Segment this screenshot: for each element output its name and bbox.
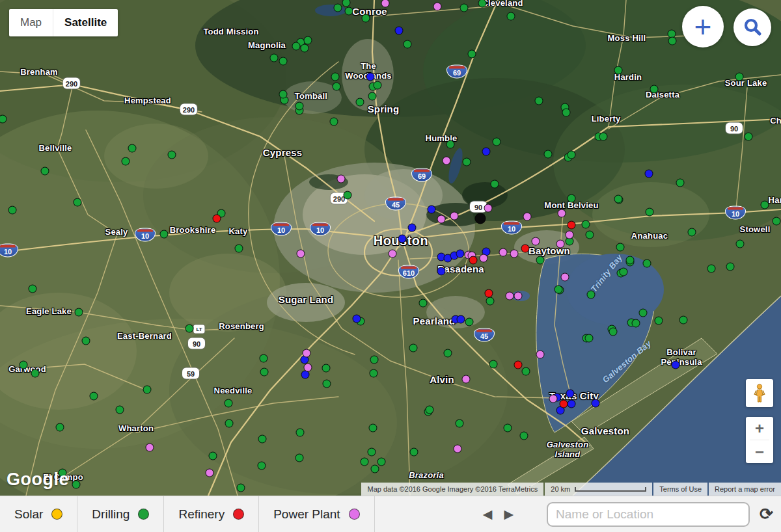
map-marker-g[interactable] — [322, 364, 331, 373]
map-marker-g[interactable] — [270, 54, 279, 62]
map-marker-g[interactable] — [29, 285, 37, 293]
map-marker-v[interactable] — [337, 175, 346, 183]
map-marker-b[interactable] — [482, 148, 491, 156]
map-marker-b[interactable] — [457, 315, 465, 324]
map-marker-g[interactable] — [419, 299, 428, 308]
map-marker-g[interactable] — [295, 454, 304, 462]
map-marker-v[interactable] — [480, 254, 488, 263]
map-marker-b[interactable] — [428, 206, 436, 214]
map-marker-b[interactable] — [395, 27, 404, 35]
refresh-icon[interactable]: ⟳ — [760, 505, 773, 524]
map-marker-v[interactable] — [450, 212, 459, 220]
map-marker-v[interactable] — [561, 273, 569, 282]
map-marker-v[interactable] — [462, 375, 471, 384]
map-marker-v[interactable] — [146, 444, 154, 452]
map-marker-b[interactable] — [437, 267, 446, 276]
google-logo[interactable]: Google — [7, 470, 69, 490]
map-marker-g[interactable] — [585, 334, 594, 343]
map-marker-g[interactable] — [726, 263, 735, 271]
next-arrow-button[interactable]: ▶ — [498, 504, 519, 524]
map-marker-g[interactable] — [292, 42, 301, 51]
map-marker-g[interactable] — [225, 419, 234, 428]
map-marker-b[interactable] — [408, 224, 417, 232]
map-marker-g[interactable] — [536, 256, 545, 265]
map-marker-g[interactable] — [544, 150, 553, 159]
map-marker-g[interactable] — [582, 220, 590, 229]
map-marker-g[interactable] — [568, 194, 576, 203]
map-marker-r[interactable] — [521, 245, 530, 253]
map-marker-g[interactable] — [493, 138, 501, 146]
map-marker-g[interactable] — [323, 380, 331, 388]
map-marker-g[interactable] — [745, 133, 753, 141]
map-marker-g[interactable] — [404, 40, 412, 49]
map-marker-v[interactable] — [532, 237, 540, 246]
map-marker-g[interactable] — [31, 369, 40, 378]
map-marker-v[interactable] — [381, 0, 390, 8]
map-marker-g[interactable] — [301, 44, 309, 53]
map-marker-g[interactable] — [333, 83, 341, 91]
map-marker-g[interactable] — [368, 448, 376, 457]
prev-arrow-button[interactable]: ◀ — [477, 504, 499, 524]
map-marker-g[interactable] — [295, 102, 304, 111]
map-marker-g[interactable] — [344, 191, 352, 200]
map-marker-v[interactable] — [514, 292, 523, 300]
map-marker-b[interactable] — [568, 400, 576, 408]
map-marker-v[interactable] — [303, 349, 311, 358]
map-marker-g[interactable] — [56, 423, 64, 432]
map-marker-g[interactable] — [587, 291, 596, 299]
map-marker-g[interactable] — [632, 319, 640, 328]
map-marker-g[interactable] — [8, 206, 17, 215]
terms-of-use-link[interactable]: Terms of Use — [653, 483, 707, 496]
map-marker-g[interactable] — [736, 240, 745, 248]
map-marker-g[interactable] — [463, 158, 471, 166]
map-marker-r[interactable] — [560, 400, 568, 408]
map-marker-g[interactable] — [426, 406, 434, 414]
map-type-satellite-button[interactable]: Satellite — [53, 9, 118, 36]
map-marker-g[interactable] — [614, 195, 623, 204]
map-marker-g[interactable] — [620, 268, 628, 276]
legend-item-refinery[interactable]: Refinery — [164, 496, 259, 532]
map-marker-g[interactable] — [446, 140, 455, 149]
map-marker-g[interactable] — [489, 360, 498, 369]
map-marker-r[interactable] — [514, 361, 523, 369]
map-marker-g[interactable] — [465, 318, 474, 326]
map-marker-b[interactable] — [366, 73, 375, 81]
map-marker-g[interactable] — [370, 369, 378, 378]
map-marker-g[interactable] — [639, 309, 648, 317]
map-marker-g[interactable] — [185, 325, 194, 333]
legend-item-drilling[interactable]: Drilling — [77, 496, 164, 532]
map-marker-g[interactable] — [444, 349, 452, 358]
map-marker-v[interactable] — [536, 351, 545, 359]
map-marker-g[interactable] — [362, 14, 370, 23]
map-marker-g[interactable] — [562, 109, 571, 117]
map-marker-r[interactable] — [469, 256, 478, 265]
map-marker-r[interactable] — [568, 221, 576, 230]
map-marker-g[interactable] — [614, 66, 623, 75]
map-marker-v[interactable] — [454, 445, 462, 453]
map-marker-v[interactable] — [484, 204, 493, 213]
map-marker-g[interactable] — [371, 465, 379, 473]
map-marker-g[interactable] — [650, 85, 659, 94]
map-marker-g[interactable] — [478, 0, 487, 8]
map-marker-g[interactable] — [368, 92, 377, 101]
legend-item-solar[interactable]: Solar — [0, 496, 77, 532]
map-marker-k[interactable] — [475, 213, 486, 224]
map-marker-g[interactable] — [331, 73, 340, 81]
location-search-input[interactable] — [547, 502, 750, 527]
map-marker-g[interactable] — [646, 208, 654, 217]
map-marker-g[interactable] — [668, 37, 677, 46]
map-marker-g[interactable] — [74, 198, 82, 207]
map-marker-g[interactable] — [460, 4, 469, 12]
map-marker-v[interactable] — [556, 240, 565, 248]
map-marker-v[interactable] — [297, 250, 305, 258]
map-marker-g[interactable] — [122, 157, 130, 166]
map-marker-g[interactable] — [160, 230, 169, 239]
map-marker-g[interactable] — [209, 452, 217, 460]
map-marker-b[interactable] — [566, 390, 575, 398]
map-marker-g[interactable] — [456, 419, 464, 428]
map-marker-g[interactable] — [334, 4, 342, 12]
map-marker-g[interactable] — [599, 133, 608, 141]
map-marker-g[interactable] — [643, 259, 651, 268]
map-marker-g[interactable] — [128, 144, 137, 153]
map-marker-g[interactable] — [258, 435, 267, 444]
